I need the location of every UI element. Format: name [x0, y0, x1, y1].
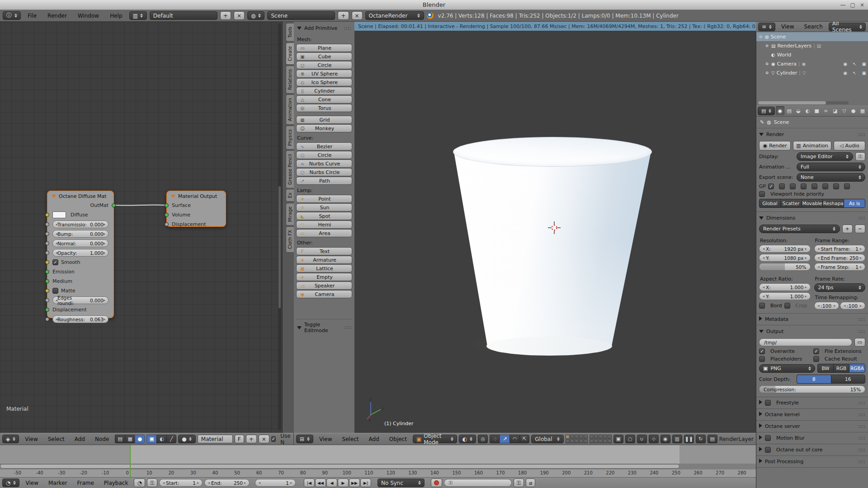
panel-collapse-icon[interactable]: [297, 325, 302, 331]
mode-dropdown[interactable]: ▣ Object Mode: [413, 435, 457, 443]
node-slider[interactable]: ◂ Opacity:1.000 ▸: [52, 249, 108, 257]
renderability-camera-icon[interactable]: ▣: [862, 70, 866, 75]
keying-set-field[interactable]: ⚿: [444, 479, 512, 487]
input-socket[interactable]: [45, 270, 49, 274]
screen-layout-icon-button[interactable]: ▥: [129, 11, 147, 20]
properties-tab-icon[interactable]: ◐: [803, 106, 811, 115]
transport-button[interactable]: ◀◀: [315, 479, 326, 487]
add-mesh-button[interactable]: ▭ Plane: [296, 44, 352, 52]
add-mesh-button[interactable]: ▣ Cube: [296, 52, 352, 61]
mode-rgb[interactable]: RGB: [833, 364, 849, 373]
panel-grip-icon[interactable]: [858, 413, 865, 417]
maximize-button[interactable]: ▢: [850, 2, 855, 8]
collapse-triangle-icon[interactable]: [52, 193, 56, 199]
add-mesh-button[interactable]: ○ Circle: [296, 61, 352, 69]
slider-right-arrow-icon[interactable]: ▸: [104, 251, 105, 255]
input-socket[interactable]: [165, 203, 169, 207]
node-editor[interactable]: Octane Diffuse Mat ◂ OutMat ▸ OutMat: [0, 22, 283, 433]
preset-remove-button[interactable]: −: [855, 225, 865, 233]
panel-grip-icon[interactable]: [858, 318, 865, 321]
menu-window[interactable]: Window: [74, 13, 103, 19]
gp-checkbox[interactable]: [779, 183, 785, 189]
shader-tree-icon[interactable]: ▤: [115, 435, 125, 443]
seg-reshape[interactable]: Reshapa: [822, 199, 844, 208]
snap-element-icon[interactable]: ⊹: [649, 435, 659, 443]
node-row[interactable]: ◂ OutMat ▸ OutMat: [48, 201, 113, 210]
orientation-dropdown[interactable]: Global: [531, 435, 564, 443]
node-slider[interactable]: ◂ Roughness:0.063 ▸: [52, 315, 108, 323]
use-nodes-checkbox[interactable]: ✓: [271, 436, 276, 442]
add-lamp-button[interactable]: ◠ Hemi: [296, 221, 352, 229]
display-dropdown[interactable]: Image Editor: [797, 152, 853, 161]
add-curve-button[interactable]: ↗ Path: [296, 177, 352, 185]
overwrite-checkbox[interactable]: ✓: [759, 348, 765, 354]
menu-search[interactable]: Search: [800, 23, 827, 30]
add-lamp-button[interactable]: ☀ Point: [296, 195, 352, 203]
add-mesh-button[interactable]: ◎ Torus: [296, 104, 352, 112]
input-socket[interactable]: [45, 298, 49, 302]
panel-expand-icon[interactable]: [759, 435, 762, 441]
layout-close-button[interactable]: ×: [234, 11, 245, 20]
panel-collapse-icon[interactable]: [759, 215, 764, 221]
properties-tab-icon[interactable]: ◒: [794, 106, 802, 115]
add-lamp-button[interactable]: ◣ Spot: [296, 212, 352, 220]
outliner-row[interactable]: ⊖ ◍ Scene ◉ ↖ ▣: [756, 32, 868, 41]
auto-keyframe-button[interactable]: [431, 479, 442, 487]
scale-manipulator-icon[interactable]: ⇱: [519, 435, 529, 443]
editor-type-3dview[interactable]: ⊞: [296, 435, 313, 443]
proportional-edit-icon[interactable]: ○: [625, 435, 635, 443]
shelf-tab[interactable]: Grease Pencil: [286, 150, 294, 188]
start-frame-field[interactable]: ◂Start:1▸: [159, 479, 203, 487]
panel-grip-icon[interactable]: [858, 448, 865, 452]
menu-view[interactable]: View: [777, 23, 798, 30]
fake-user-button[interactable]: F: [235, 435, 244, 443]
node-header[interactable]: Octane Diffuse Mat: [48, 192, 113, 201]
menu-file[interactable]: File: [24, 13, 41, 19]
lock-to-scene-icon[interactable]: ▣: [613, 435, 623, 443]
panel-grip-icon[interactable]: [858, 216, 865, 220]
editor-type-timeline[interactable]: ◔: [2, 479, 19, 487]
render-panel-header[interactable]: Render: [759, 130, 865, 139]
outliner-scrollbar[interactable]: [758, 101, 849, 104]
outliner-row[interactable]: ◐ World ◉ ↖ ▣: [756, 50, 868, 59]
menu-select[interactable]: Select: [44, 436, 69, 442]
add-other-button[interactable]: ◁ Speaker: [296, 282, 352, 290]
line-style-icon[interactable]: ╱: [166, 435, 176, 443]
material-browse-button[interactable]: ●: [178, 435, 195, 443]
translate-manipulator-icon[interactable]: ↗: [500, 435, 509, 443]
delete-keyframe-button[interactable]: ⌀: [526, 479, 535, 487]
input-socket[interactable]: [45, 222, 49, 226]
gp-checkbox[interactable]: [811, 183, 817, 189]
end-frame-field[interactable]: ◂End Frame:250▸: [814, 254, 866, 262]
slider-right-arrow-icon[interactable]: ▸: [104, 232, 105, 236]
shelf-tab[interactable]: Relations: [286, 66, 294, 94]
menu-frame[interactable]: Frame: [73, 480, 98, 486]
minimize-button[interactable]: —: [840, 2, 846, 8]
panel-expand-icon[interactable]: [759, 316, 762, 322]
panel-expand-icon[interactable]: [759, 412, 762, 418]
node-editor-scrollbar[interactable]: [278, 23, 281, 430]
file-format-dropdown[interactable]: ▣PNG: [759, 364, 815, 373]
input-socket[interactable]: [45, 317, 49, 321]
node-row[interactable]: ◂ Medium ▸ Medium: [48, 277, 113, 286]
collapsed-panel-header[interactable]: Octane server: [756, 421, 868, 432]
outliner-row[interactable]: ⊕ ▽ Cylinder | ▽ ◉ ↖ ▣: [756, 68, 868, 77]
transport-button[interactable]: ▶|: [360, 479, 371, 487]
viewport-shading-dropdown[interactable]: ◐: [459, 435, 476, 443]
add-lamp-button[interactable]: ▭ Area: [296, 229, 352, 237]
node-octane-diffuse-mat[interactable]: Octane Diffuse Mat ◂ OutMat ▸ OutMat: [47, 191, 114, 318]
transport-button[interactable]: ◀: [326, 479, 337, 487]
pin-icon[interactable]: ✎: [760, 119, 764, 125]
node-row[interactable]: ◂ Edges roundi:0.000 ▸ Edges roundi:: [48, 296, 113, 305]
node-header[interactable]: Material Output: [167, 192, 225, 201]
aspect-x-field[interactable]: ◂X:1.000▸: [759, 283, 811, 291]
pause-render-icon[interactable]: ❚❚: [684, 435, 694, 443]
expand-icon[interactable]: ⊕: [764, 43, 769, 48]
seg-scatter[interactable]: Scatter: [780, 199, 802, 208]
lock-range-icon[interactable]: ⚿: [147, 479, 157, 487]
cache-result-checkbox[interactable]: [813, 356, 819, 362]
scene-field[interactable]: Scene: [267, 11, 335, 20]
input-socket[interactable]: [45, 289, 49, 293]
seg-as-is[interactable]: As is: [844, 199, 865, 208]
preview-range-icon[interactable]: ◔: [134, 479, 145, 487]
